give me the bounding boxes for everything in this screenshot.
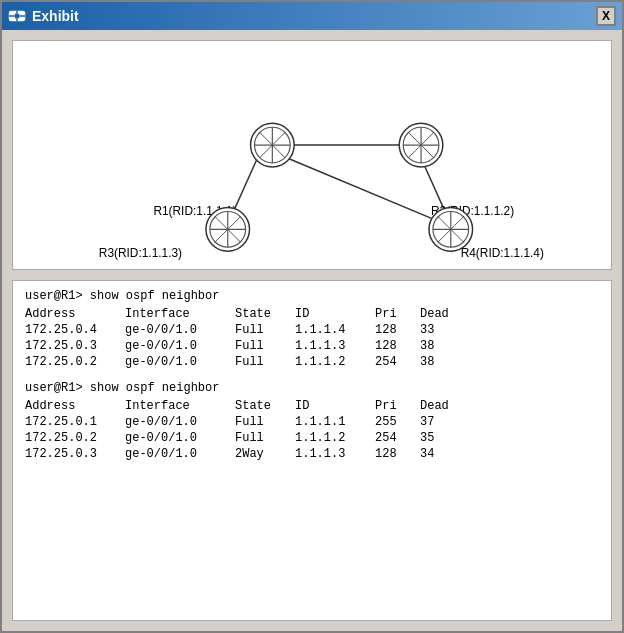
r4-label: R4(RID:1.1.1.4) (461, 246, 544, 260)
r3-label: R3(RID:1.1.1.3) (99, 246, 182, 260)
table-1-header: Address Interface State ID Pri Dead (25, 307, 599, 321)
col-address-1: Address (25, 307, 125, 321)
link-r1-r4 (287, 158, 446, 224)
table-row: 172.25.0.1 ge-0/0/1.0 Full 1.1.1.1 255 3… (25, 415, 599, 429)
router-r3 (206, 208, 250, 252)
router-r2 (399, 123, 443, 167)
col-id-1: ID (295, 307, 375, 321)
network-diagram: R1(RID:1.1.1.1) R2(RID:1.1.1.2) (12, 40, 612, 270)
router-r4 (429, 208, 473, 252)
main-window: Exhibit X R1(RID:1. (0, 0, 624, 633)
col-interface-1: Interface (125, 307, 235, 321)
command-1: user@R1> show ospf neighbor (25, 289, 599, 303)
col-id-2: ID (295, 399, 375, 413)
ospf-tables: user@R1> show ospf neighbor Address Inte… (12, 280, 612, 621)
col-state-1: State (235, 307, 295, 321)
window-title: Exhibit (32, 8, 79, 24)
command-2: user@R1> show ospf neighbor (25, 381, 599, 395)
col-dead-2: Dead (420, 399, 465, 413)
col-state-2: State (235, 399, 295, 413)
close-button[interactable]: X (596, 6, 616, 26)
col-interface-2: Interface (125, 399, 235, 413)
title-bar-left: Exhibit (8, 7, 79, 25)
col-dead-1: Dead (420, 307, 465, 321)
col-address-2: Address (25, 399, 125, 413)
table-row: 172.25.0.4 ge-0/0/1.0 Full 1.1.1.4 128 3… (25, 323, 599, 337)
table-row: 172.25.0.3 ge-0/0/1.0 2Way 1.1.1.3 128 3… (25, 447, 599, 461)
diagram-svg: R1(RID:1.1.1.1) R2(RID:1.1.1.2) (13, 41, 611, 269)
app-icon (8, 7, 26, 25)
table-row: 172.25.0.2 ge-0/0/1.0 Full 1.1.1.2 254 3… (25, 431, 599, 445)
title-bar: Exhibit X (2, 2, 622, 30)
col-pri-2: Pri (375, 399, 420, 413)
svg-point-1 (14, 13, 20, 19)
table-row: 172.25.0.2 ge-0/0/1.0 Full 1.1.1.2 254 3… (25, 355, 599, 369)
table-row: 172.25.0.3 ge-0/0/1.0 Full 1.1.1.3 128 3… (25, 339, 599, 353)
table-2-header: Address Interface State ID Pri Dead (25, 399, 599, 413)
col-pri-1: Pri (375, 307, 420, 321)
content-area: R1(RID:1.1.1.1) R2(RID:1.1.1.2) (2, 30, 622, 631)
router-r1 (251, 123, 295, 167)
